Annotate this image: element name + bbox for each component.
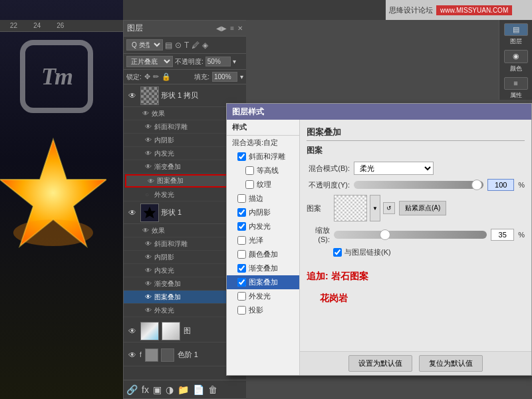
snap-to-origin-btn[interactable]: 贴紧原点(A)	[399, 201, 446, 215]
eye-icon-shape1-copy[interactable]: 👁	[126, 90, 138, 102]
dialog-item-dropshadow[interactable]: 投影	[227, 303, 299, 317]
opacity-form-label: 不透明度(Y):	[307, 180, 350, 190]
add-group-icon[interactable]: 📁	[178, 384, 189, 395]
scale-form-input[interactable]	[491, 229, 514, 241]
layers-collapse-icon[interactable]: ◀▶	[216, 25, 227, 32]
checkbox-stroke[interactable]	[237, 194, 246, 203]
dialog-item-innershadow[interactable]: 内阴影	[227, 205, 299, 219]
effect-eye-innershadow-2[interactable]: 👁	[145, 253, 154, 261]
pattern-thumb[interactable]	[334, 195, 367, 221]
eye-icon-cloud[interactable]: 👁	[126, 325, 138, 337]
checkbox-gradientoverlay[interactable]	[237, 264, 246, 273]
canvas-area: 22 24 26 Tm	[0, 0, 123, 399]
opacity-label: 不透明度:	[175, 57, 203, 66]
label-dropshadow: 投影	[249, 305, 263, 315]
ruler-marks: 22 24 26	[10, 22, 64, 29]
effect-eye-innerglow-1[interactable]: 👁	[145, 150, 154, 157]
fill-label: 填充:	[194, 72, 209, 82]
effect-eye-innershadow-1[interactable]: 👁	[145, 136, 154, 144]
effect-eye-bevel-1[interactable]: 👁	[145, 123, 154, 130]
effect-group-eye-1[interactable]: 👁	[142, 110, 149, 117]
effect-group-eye-2[interactable]: 👁	[142, 227, 149, 234]
lock-position-icon[interactable]: ✥	[144, 72, 150, 81]
color-tab-icon: ◉	[513, 52, 519, 61]
tab-color[interactable]: ◉	[504, 50, 528, 63]
opacity-form-input[interactable]	[487, 179, 514, 191]
color-tab-label: 颜色	[510, 65, 522, 73]
link-checkbox[interactable]	[333, 248, 342, 257]
ruler: 22 24 26	[0, 20, 123, 32]
eye-icon-colorlevel[interactable]: 👁	[126, 349, 138, 361]
link-layers-icon[interactable]: 🔗	[126, 384, 138, 395]
fill-input[interactable]	[212, 72, 237, 82]
dialog-right-panel: 图案叠加 图案 混合模式(B): 柔光 正常 叠加 不透明度(Y): %	[300, 120, 531, 375]
lock-all-icon[interactable]: 🔒	[162, 72, 171, 81]
effect-eye-bevel-2[interactable]: 👁	[145, 240, 154, 247]
effect-eye-gradient-1[interactable]: 👁	[145, 163, 154, 170]
filter-icon-3[interactable]: T	[184, 41, 189, 50]
layers-close-icon[interactable]: ✕	[237, 25, 243, 32]
pattern-reset-icon[interactable]: ↺	[383, 202, 395, 214]
checkbox-dropshadow[interactable]	[237, 306, 246, 315]
layers-menu-icon[interactable]: ≡	[230, 25, 234, 32]
effect-eye-innerglow-2[interactable]: 👁	[145, 267, 154, 274]
thumb-shape1-copy	[140, 86, 159, 105]
checkbox-innershadow[interactable]	[237, 208, 246, 217]
filter-icon-4[interactable]: 🖉	[192, 41, 200, 50]
dialog-item-gradientoverlay[interactable]: 渐变叠加	[227, 261, 299, 275]
scale-thumb[interactable]	[380, 229, 390, 240]
add-adjustment-icon[interactable]: ◑	[166, 384, 174, 395]
effect-eye-pattern-1[interactable]: 👁	[148, 178, 157, 185]
reset-default-btn[interactable]: 复位为默认值	[419, 355, 483, 372]
opacity-slider[interactable]	[354, 181, 483, 189]
filter-icon-1[interactable]: ▤	[165, 41, 172, 50]
tab-properties[interactable]: ≡	[504, 77, 528, 90]
checkbox-patternoverlay[interactable]	[237, 278, 246, 287]
properties-tab-label: 属性	[510, 91, 522, 100]
blend-mode-select[interactable]: 正片叠底	[126, 56, 173, 67]
eye-icon-shape1[interactable]: 👁	[126, 207, 138, 219]
pattern-dropdown-btn[interactable]: ▼	[370, 195, 380, 221]
dialog-item-bevel[interactable]: 斜面和浮雕	[227, 150, 299, 164]
checkbox-contour[interactable]	[245, 166, 254, 175]
dialog-item-innerglow[interactable]: 内发光	[227, 219, 299, 233]
delete-layer-icon[interactable]: 🗑	[208, 384, 217, 395]
search-type-select[interactable]: Q 类型	[126, 39, 163, 51]
checkbox-texture[interactable]	[245, 180, 254, 189]
right-tabs-panel: ▤ 图层 ◉ 颜色 ≡ 属性	[499, 20, 532, 100]
add-style-icon[interactable]: fx	[142, 384, 149, 395]
scale-form-label: 缩放(S):	[307, 225, 330, 243]
effect-eye-gradient-2[interactable]: 👁	[145, 280, 154, 287]
dialog-item-satin[interactable]: 光泽	[227, 233, 299, 247]
dialog-item-contour[interactable]: 等高线	[227, 164, 299, 178]
set-default-btn[interactable]: 设置为默认值	[348, 355, 412, 372]
checkbox-outerglow[interactable]	[237, 292, 246, 301]
checkbox-coloroverlay[interactable]	[237, 250, 246, 259]
scale-slider[interactable]	[334, 231, 487, 239]
scale-form-pct: %	[518, 231, 525, 239]
dialog-item-patternoverlay[interactable]: 图案叠加	[227, 275, 299, 289]
opacity-input[interactable]	[205, 57, 231, 66]
add-mask-icon[interactable]: ▣	[153, 384, 162, 395]
dialog-right-title: 图案叠加	[307, 126, 525, 141]
label-innershadow: 内阴影	[249, 207, 271, 217]
dialog-item-outerglow[interactable]: 外发光	[227, 289, 299, 303]
effect-eye-outerglow-2[interactable]: 👁	[145, 307, 154, 314]
dialog-item-texture[interactable]: 纹理	[227, 178, 299, 192]
checkbox-bevel[interactable]	[237, 152, 246, 161]
blend-mode-form-select[interactable]: 柔光 正常 叠加	[354, 162, 434, 175]
dialog-item-stroke[interactable]: 描边	[227, 192, 299, 205]
dialog-item-blend[interactable]: 混合选项:自定	[227, 136, 299, 150]
thumb-cloud-mask	[162, 322, 180, 340]
tab-layers[interactable]: ▤	[504, 23, 528, 36]
opacity-thumb[interactable]	[471, 180, 482, 190]
filter-icon-5[interactable]: ◈	[202, 41, 208, 50]
lock-draw-icon[interactable]: ✏	[153, 72, 159, 81]
filter-icon-2[interactable]: ⊙	[175, 41, 182, 50]
dialog-footer: 设置为默认值 复位为默认值	[300, 351, 531, 375]
dialog-item-coloroverlay[interactable]: 颜色叠加	[227, 247, 299, 261]
checkbox-satin[interactable]	[237, 236, 246, 245]
effect-eye-pattern-2[interactable]: 👁	[145, 293, 154, 301]
add-layer-icon[interactable]: 📄	[193, 384, 204, 395]
checkbox-innerglow[interactable]	[237, 222, 246, 231]
